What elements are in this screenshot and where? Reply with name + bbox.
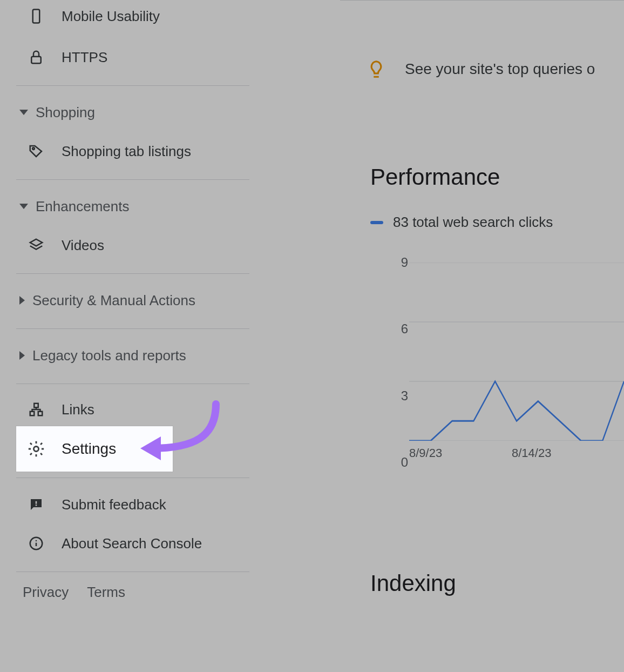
x-tick: 8/9/23 <box>409 446 442 460</box>
legend-text: 83 total web search clicks <box>393 214 553 231</box>
svg-rect-5 <box>38 412 43 416</box>
y-tick: 0 <box>401 455 408 470</box>
sidebar-group-legacy[interactable]: Legacy tools and reports <box>0 335 186 376</box>
chart-plot <box>409 263 624 441</box>
divider <box>16 179 249 180</box>
legend-swatch <box>370 221 383 224</box>
sidebar-item-label: Videos <box>62 237 104 254</box>
sidebar-item-label: HTTPS <box>62 49 107 66</box>
lock-icon <box>27 48 45 66</box>
divider <box>16 572 249 572</box>
lightbulb-icon <box>366 59 386 79</box>
svg-point-15 <box>33 446 38 451</box>
sidebar-item-label: Links <box>62 401 94 418</box>
terms-link[interactable]: Terms <box>87 584 125 601</box>
svg-point-10 <box>36 540 37 542</box>
main-content: See your site's top queries o Performanc… <box>340 0 624 672</box>
sidebar-group-label: Legacy tools and reports <box>32 347 186 364</box>
sidebar-group-label: Enhancements <box>36 198 129 215</box>
svg-rect-3 <box>34 404 38 408</box>
sidebar-item-submit-feedback[interactable]: Submit feedback <box>0 484 166 525</box>
sidebar-footer: Privacy Terms <box>23 584 125 601</box>
divider <box>16 85 249 86</box>
sidebar-group-security[interactable]: Security & Manual Actions <box>0 280 195 321</box>
tip-text: See your site's top queries o <box>405 61 595 78</box>
layers-icon <box>27 236 45 254</box>
y-tick: 9 <box>401 255 408 270</box>
sidebar-item-settings-highlight[interactable]: Settings <box>16 426 173 472</box>
sidebar-item-about[interactable]: About Search Console <box>0 523 202 564</box>
svg-rect-4 <box>30 412 35 416</box>
gear-icon <box>27 440 45 458</box>
sidebar-item-links[interactable]: Links <box>0 389 94 430</box>
privacy-link[interactable]: Privacy <box>23 584 69 601</box>
sidebar-group-shopping[interactable]: Shopping <box>0 92 95 133</box>
svg-rect-6 <box>36 501 37 504</box>
svg-rect-1 <box>31 57 41 64</box>
sidebar-item-label: Settings <box>62 440 116 458</box>
tip-card[interactable]: See your site's top queries o <box>340 38 624 100</box>
tag-icon <box>27 142 45 160</box>
y-axis: 9 6 3 0 <box>370 263 413 462</box>
info-icon <box>27 534 45 553</box>
x-tick: 8/14/23 <box>512 446 551 460</box>
divider <box>16 328 249 329</box>
sitemap-icon <box>27 400 45 419</box>
chart-legend: 83 total web search clicks <box>370 214 624 231</box>
sidebar-group-enhancements[interactable]: Enhancements <box>0 186 129 227</box>
chevron-down-icon <box>19 110 28 115</box>
sidebar-group-label: Security & Manual Actions <box>32 292 195 309</box>
divider <box>16 478 249 478</box>
sidebar-item-shopping-tab-listings[interactable]: Shopping tab listings <box>0 131 191 172</box>
x-axis: 8/9/23 8/14/23 <box>409 446 624 468</box>
divider <box>16 384 249 384</box>
sidebar-group-label: Shopping <box>36 104 95 121</box>
performance-title: Performance <box>370 164 624 190</box>
sidebar-item-mobile-usability[interactable]: Mobile Usability <box>0 0 160 37</box>
sidebar-item-label: Shopping tab listings <box>62 143 191 160</box>
y-tick: 6 <box>401 321 408 337</box>
y-tick: 3 <box>401 388 408 404</box>
chevron-down-icon <box>19 204 28 209</box>
indexing-title: Indexing <box>370 570 624 596</box>
chevron-right-icon <box>19 296 25 305</box>
divider <box>16 273 249 274</box>
chevron-right-icon <box>19 351 25 360</box>
feedback-icon <box>27 495 45 514</box>
sidebar-item-label: About Search Console <box>62 535 202 552</box>
sidebar-item-label: Submit feedback <box>62 496 166 513</box>
performance-chart: 9 6 3 0 8/9/23 8/14/23 <box>370 263 624 462</box>
sidebar-item-videos[interactable]: Videos <box>0 225 104 266</box>
phone-icon <box>27 7 45 25</box>
svg-rect-0 <box>33 10 40 23</box>
indexing-card: Indexing <box>340 540 624 672</box>
sidebar-item-https[interactable]: HTTPS <box>0 37 107 78</box>
svg-rect-7 <box>36 505 37 506</box>
sidebar-item-label: Mobile Usability <box>62 8 160 25</box>
performance-card: Performance 83 total web search clicks 9… <box>340 133 624 511</box>
sidebar: Mobile Usability HTTPS Shopping Shopping… <box>0 0 288 672</box>
divider <box>340 0 624 1</box>
svg-point-2 <box>32 147 35 150</box>
